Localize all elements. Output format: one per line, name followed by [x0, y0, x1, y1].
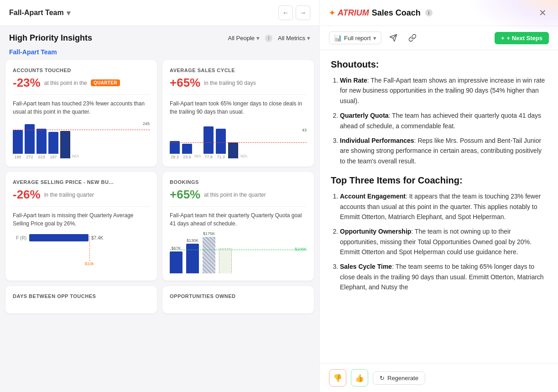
- cards-row-2: AVERAGE SELLING PRICE - NEW BU... -26% i…: [5, 172, 314, 281]
- avg-sales-cycle-card: AVERAGE SALES CYCLE +65% in the trailing…: [162, 60, 314, 167]
- avg-selling-price-desc: Fall-Apart team is missing their Quarter…: [13, 211, 150, 228]
- insights-header: High Priority Insights All People ▾ i Al…: [0, 26, 319, 47]
- regenerate-icon: ↻: [380, 375, 385, 382]
- people-info-icon: i: [265, 35, 272, 42]
- cards-container: ACCOUNTS TOUCHED -23% at this point in t…: [0, 60, 319, 392]
- bookings-value: +65%: [170, 188, 200, 202]
- bookings-card: BOOKINGS +65% at this point in the quart…: [162, 172, 314, 281]
- avg-sales-cycle-metric: AVERAGE SALES CYCLE: [170, 68, 307, 73]
- coach-info-icon: i: [425, 9, 433, 16]
- full-report-button[interactable]: 📊 Full report ▾: [329, 31, 381, 44]
- toolbar: 📊 Full report ▾ + + Next Steps: [320, 26, 558, 50]
- metrics-chevron-icon: ▾: [307, 35, 310, 42]
- accounts-touched-metric: ACCOUNTS TOUCHED: [13, 68, 150, 73]
- avg-sales-cycle-value: +65%: [170, 76, 200, 90]
- right-panel: ✦ ATRIUM Sales Coach i ✕ 📊 Full report ▾…: [319, 0, 558, 392]
- atrium-brand-text: ATRIUM: [338, 8, 369, 18]
- accounts-touched-desc: Fall-Apart team has touched 23% fewer ac…: [13, 99, 150, 116]
- team-title: Fall-Apart Team ▾: [9, 9, 70, 17]
- thumbs-up-button[interactable]: 👍: [351, 369, 368, 387]
- filter-metrics-button[interactable]: All Metrics ▾: [278, 35, 310, 42]
- quarter-badge: QUARTER: [91, 79, 120, 86]
- avg-sales-cycle-context: in the trailing 90 days: [204, 80, 256, 86]
- shoutout-1-bold: Win Rate: [340, 77, 367, 84]
- send-button[interactable]: [386, 31, 401, 45]
- bookings-context: at this point in the quarter: [204, 192, 266, 198]
- bottom-actions: 👎 👍 ↻ Regenerate: [320, 363, 558, 392]
- coaching-item-1: Account Engagement: It appears that the …: [340, 191, 547, 222]
- accounts-touched-value: -23%: [13, 76, 41, 90]
- days-between-card: DAYS BETWEEN OPP TOUCHES: [5, 286, 157, 314]
- team-name-label: Fall-Apart Team: [9, 9, 64, 17]
- right-header: ✦ ATRIUM Sales Coach i ✕: [320, 0, 558, 26]
- regenerate-button[interactable]: ↻ Regenerate: [373, 371, 425, 385]
- left-header: Fall-Apart Team ▾ ← →: [0, 0, 319, 26]
- opportunities-owned-metric: OPPORTUNITIES OWNED: [170, 293, 307, 299]
- bookings-change: +65% at this point in the quarter: [170, 188, 307, 202]
- plus-icon: +: [501, 35, 505, 42]
- filter-group: All People ▾ i All Metrics ▾: [228, 35, 311, 42]
- shoutout-1-text: : The Fall-Apart team shows an impressiv…: [340, 77, 545, 105]
- shoutout-item-1: Win Rate: The Fall-Apart team shows an i…: [340, 75, 547, 106]
- left-panel: Fall-Apart Team ▾ ← → High Priority Insi…: [0, 0, 319, 392]
- next-steps-button[interactable]: + + Next Steps: [495, 32, 549, 44]
- cards-row-1: ACCOUNTS TOUCHED -23% at this point in t…: [5, 60, 314, 167]
- avg-selling-price-value: -26%: [13, 188, 41, 202]
- coaching-1-bold: Account Engagement: [340, 193, 406, 200]
- avg-selling-price-metric: AVERAGE SELLING PRICE - NEW BU...: [13, 179, 150, 185]
- shoutout-item-3: Individual Performances: Reps like Mrs. …: [340, 136, 547, 166]
- team-dropdown-icon[interactable]: ▾: [67, 9, 70, 17]
- nav-forward-button[interactable]: →: [296, 5, 310, 20]
- accounts-touched-context: at this point in the QUARTER: [44, 79, 120, 86]
- team-label: Fall-Apart Team: [0, 47, 319, 60]
- bookings-desc: Fall-Apart team hit their quarterly Quar…: [170, 211, 307, 228]
- close-button[interactable]: ✕: [536, 6, 549, 19]
- link-button[interactable]: [405, 31, 420, 45]
- coaching-item-3: Sales Cycle Time: The team seems to be t…: [340, 261, 547, 292]
- people-chevron-icon: ▾: [256, 35, 260, 42]
- accounts-touched-card: ACCOUNTS TOUCHED -23% at this point in t…: [5, 60, 157, 167]
- nav-arrows: ← →: [278, 5, 310, 20]
- cards-row-3: DAYS BETWEEN OPP TOUCHES OPPORTUNITIES O…: [5, 286, 314, 314]
- report-chart-icon: 📊: [334, 34, 342, 42]
- coaching-list: Account Engagement: It appears that the …: [331, 191, 547, 293]
- insights-title: High Priority Insights: [9, 33, 92, 43]
- thumbs-down-button[interactable]: 👎: [329, 369, 346, 387]
- thumbs-up-icon: 👍: [355, 374, 364, 382]
- atrium-logo: ✦ ATRIUM Sales Coach i: [329, 8, 433, 18]
- filter-people-button[interactable]: All People ▾: [228, 35, 260, 42]
- avg-sales-cycle-change: +65% in the trailing 90 days: [170, 76, 307, 90]
- coaching-item-2: Opportunity Ownership: The team is not o…: [340, 226, 547, 257]
- atrium-star-icon: ✦: [329, 9, 335, 17]
- opportunities-owned-card: OPPORTUNITIES OWNED: [162, 286, 314, 314]
- coaching-heading: Top Three Items for Coaching:: [331, 175, 547, 186]
- avg-selling-price-change: -26% in the trailing quarter: [13, 188, 150, 202]
- avg-sales-cycle-desc: Fall-Apart team took 65% longer days to …: [170, 99, 307, 116]
- report-chevron-icon: ▾: [373, 35, 376, 42]
- shoutout-2-bold: Quarterly Quota: [340, 112, 389, 119]
- bookings-metric: BOOKINGS: [170, 179, 307, 185]
- shoutouts-heading: Shoutouts:: [331, 59, 547, 70]
- nav-back-button[interactable]: ←: [278, 5, 293, 20]
- shoutout-3-bold: Individual Performances: [340, 137, 414, 144]
- avg-selling-price-context: in the trailing quarter: [44, 192, 94, 198]
- content-area: Shoutouts: Win Rate: The Fall-Apart team…: [320, 50, 558, 363]
- shoutouts-list: Win Rate: The Fall-Apart team shows an i…: [331, 75, 547, 166]
- thumbs-down-icon: 👎: [333, 374, 342, 382]
- accounts-touched-change: -23% at this point in the QUARTER: [13, 76, 150, 90]
- days-between-metric: DAYS BETWEEN OPP TOUCHES: [13, 293, 150, 299]
- avg-selling-price-card: AVERAGE SELLING PRICE - NEW BU... -26% i…: [5, 172, 157, 281]
- sales-coach-label: Sales Coach: [372, 8, 421, 18]
- coaching-2-bold: Opportunity Ownership: [340, 228, 411, 235]
- coaching-3-bold: Sales Cycle Time: [340, 263, 392, 270]
- shoutout-item-2: Quarterly Quota: The team has achieved t…: [340, 110, 547, 131]
